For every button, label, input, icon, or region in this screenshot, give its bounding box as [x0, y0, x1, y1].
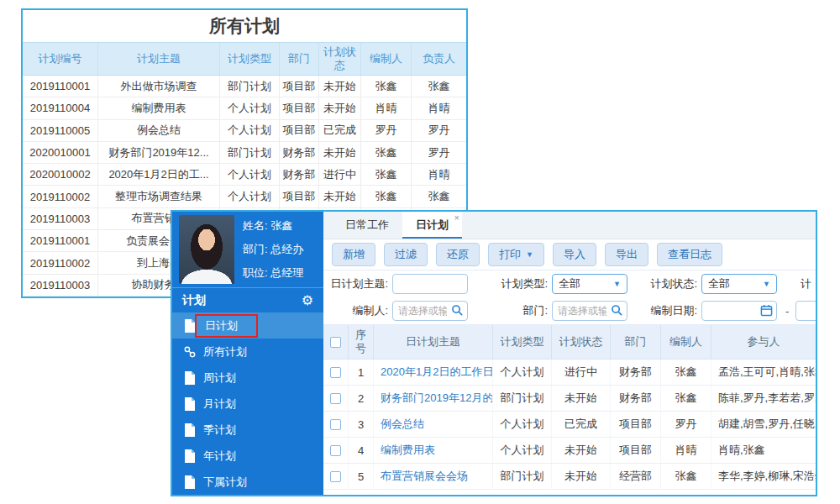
sidebar-item[interactable]: 下属计划: [172, 469, 323, 495]
date-to-input[interactable]: [795, 301, 816, 321]
sidebar-section-plan: 计划 ⚙: [172, 287, 323, 312]
cell-dept: 经营部: [611, 464, 661, 489]
sidebar-item-label: 下属计划: [203, 471, 247, 493]
cell-topic-link[interactable]: 财务部门2019年12月的...: [374, 386, 493, 411]
cell-plan-topic: 财务部门2019年12...: [98, 142, 220, 163]
column-header-plan-topic: 计划主题: [98, 43, 220, 75]
cell-author: 罗丹: [361, 120, 412, 141]
cell-topic-link[interactable]: 布置营销展会会场: [374, 464, 493, 489]
cell-author: 张鑫: [361, 164, 412, 185]
column-header-owner: 负责人: [412, 43, 466, 75]
cell-participants: 陈菲,罗丹,李若若,罗...: [711, 386, 816, 411]
cell-type: 部门计划: [493, 386, 552, 411]
column-header-participants: 参与人: [711, 325, 816, 359]
calendar-icon[interactable]: [760, 304, 773, 317]
topic-filter-input[interactable]: [392, 274, 468, 294]
author-filter-box: [392, 301, 468, 321]
date-from-box: [701, 301, 777, 321]
row-checkbox[interactable]: [330, 419, 341, 430]
cell-topic-link[interactable]: 例会总结: [374, 412, 493, 437]
column-header-plan-status: 计划状态: [319, 43, 361, 75]
daily-plan-table-body: 1 2020年1月2日的工作日... 个人计划 进行中 财务部 张鑫 孟浩,王可…: [323, 360, 816, 490]
cell-owner: 肖晴: [412, 97, 466, 118]
sidebar-item-label: 所有计划: [203, 341, 247, 363]
cell-dept: 财务部: [280, 164, 319, 185]
table-row: 2 财务部门2019年12月的... 部门计划 未开始 财务部 张鑫 陈菲,罗丹…: [323, 386, 816, 412]
cell-plan-type: 部门计划: [220, 142, 280, 163]
print-button[interactable]: 打印 ▼: [488, 243, 544, 266]
table-row: 3 例会总结 个人计划 已完成 项目部 罗丹 胡建,胡雪,罗丹,任晓...: [323, 412, 816, 438]
sidebar-item[interactable]: 季计划: [172, 417, 323, 443]
cell-author: 张鑫: [661, 386, 711, 411]
close-icon[interactable]: ×: [454, 213, 459, 223]
view-log-button[interactable]: 查看日志: [657, 243, 722, 266]
table-row: 2019110004 编制费用表 个人计划 项目部 未开始 肖晴 肖晴: [23, 97, 466, 119]
cell-dept: 财务部: [611, 386, 661, 411]
cell-topic-link[interactable]: 2020年1月2日的工作日...: [374, 360, 493, 385]
column-header-plan-id: 计划编号: [23, 43, 98, 75]
date-range-separator: -: [785, 305, 789, 318]
cell-plan-status: 未开始: [319, 142, 361, 163]
user-profile: 姓名: 张鑫 部门: 总经办 职位: 总经理: [172, 212, 323, 287]
tab-daily-work[interactable]: 日常工作: [332, 212, 402, 239]
sidebar-item[interactable]: 周计划: [172, 365, 323, 391]
cell-plan-topic: 2020年1月2日的工...: [98, 164, 220, 185]
sidebar-item[interactable]: 所有计划: [172, 339, 323, 365]
sidebar-item-label: 季计划: [203, 419, 236, 441]
add-button[interactable]: 新增: [332, 243, 375, 266]
sidebar: 姓名: 张鑫 部门: 总经办 职位: 总经理 计划 ⚙ 日计划: [172, 212, 323, 495]
cell-participants: 肖晴,张鑫: [711, 438, 816, 463]
cell-author: 张鑫: [361, 142, 412, 163]
select-all-checkbox[interactable]: [330, 337, 341, 348]
cell-plan-type: 部门计划: [220, 76, 280, 97]
cell-type: 个人计划: [493, 360, 552, 385]
cell-topic-link[interactable]: 编制费用表: [374, 438, 493, 463]
cell-dept: 项目部: [280, 97, 319, 118]
status-filter-select[interactable]: 全部 ▼: [701, 274, 777, 294]
cell-plan-topic: 编制费用表: [98, 97, 220, 118]
status-filter-label: 计划状态:: [641, 276, 697, 291]
gear-icon[interactable]: ⚙: [302, 292, 313, 308]
cell-dept: 项目部: [280, 120, 319, 141]
cell-dept: 财务部: [280, 142, 319, 163]
row-checkbox[interactable]: [330, 445, 341, 456]
cell-plan-id: 2019110003: [23, 208, 98, 229]
search-icon[interactable]: [611, 304, 623, 317]
cell-plan-id: 2019110002: [23, 252, 98, 273]
cell-plan-status: 未开始: [319, 97, 361, 118]
import-button[interactable]: 导入: [553, 243, 596, 266]
row-checkbox[interactable]: [330, 367, 341, 378]
type-filter-select[interactable]: 全部 ▼: [552, 274, 627, 294]
cell-plan-type: 个人计划: [220, 97, 280, 118]
cell-index: 4: [349, 438, 374, 463]
author-filter-label: 编制人:: [328, 303, 388, 318]
sidebar-item[interactable]: 年计划: [172, 443, 323, 469]
cell-participants: 李华,李婷,柳琳,宋浩然: [711, 464, 816, 489]
restore-button[interactable]: 还原: [436, 243, 480, 266]
avatar: [179, 215, 234, 284]
sidebar-item[interactable]: 月计划: [172, 391, 323, 417]
sidebar-item[interactable]: 日计划: [172, 312, 323, 339]
cell-owner: 罗丹: [412, 120, 466, 141]
cell-dept: 项目部: [280, 76, 319, 97]
cell-plan-id: 2020010001: [23, 142, 98, 163]
column-header-author: 编制人: [361, 43, 412, 75]
dept-filter-box: [552, 301, 627, 321]
cell-status: 进行中: [552, 360, 611, 385]
caret-down-icon: ▼: [613, 280, 621, 288]
toolbar: 新增 过滤 还原 打印 ▼ 导入 导出 查看日志: [323, 239, 816, 270]
cell-plan-id: 2020010002: [23, 164, 98, 185]
row-select-cell: [323, 360, 349, 385]
cell-plan-id: 2019110002: [23, 186, 98, 207]
cell-type: 个人计划: [493, 412, 552, 437]
cell-plan-status: 未开始: [319, 186, 361, 207]
table-row: 2020010001 财务部门2019年12... 部门计划 财务部 未开始 张…: [23, 142, 466, 164]
row-checkbox[interactable]: [330, 393, 341, 404]
row-checkbox[interactable]: [330, 471, 341, 482]
cell-status: 未开始: [552, 386, 611, 411]
tab-daily-plan[interactable]: 日计划 ×: [402, 212, 462, 239]
export-button[interactable]: 导出: [605, 243, 648, 266]
search-icon[interactable]: [451, 304, 464, 317]
row-select-cell: [323, 386, 349, 411]
filter-button[interactable]: 过滤: [384, 243, 428, 266]
